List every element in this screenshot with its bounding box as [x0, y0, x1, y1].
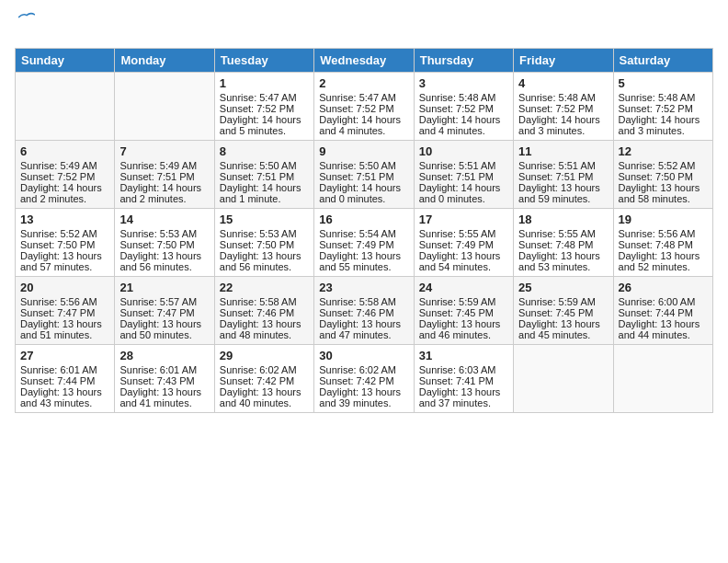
calendar-cell: 12Sunrise: 5:52 AMSunset: 7:50 PMDayligh…: [613, 141, 712, 209]
day-info-line: and 45 minutes.: [518, 329, 608, 340]
calendar-table: SundayMondayTuesdayWednesdayThursdayFrid…: [15, 48, 713, 413]
day-info-line: Sunset: 7:49 PM: [419, 239, 508, 250]
day-info-line: and 56 minutes.: [119, 261, 209, 272]
day-info-line: Daylight: 13 hours: [119, 318, 209, 329]
day-info-line: and 44 minutes.: [619, 329, 708, 340]
day-info-line: Sunrise: 5:48 AM: [518, 92, 608, 103]
day-info-line: Sunrise: 5:55 AM: [419, 228, 508, 239]
calendar-header-row: SundayMondayTuesdayWednesdayThursdayFrid…: [16, 49, 713, 73]
day-info-line: and 40 minutes.: [220, 397, 309, 408]
day-info-line: Daylight: 14 hours: [319, 114, 408, 125]
day-info-line: Daylight: 13 hours: [419, 386, 508, 397]
day-info-line: Sunrise: 5:49 AM: [20, 160, 109, 171]
calendar-cell: 3Sunrise: 5:48 AMSunset: 7:52 PMDaylight…: [414, 73, 513, 141]
day-info-line: Daylight: 14 hours: [119, 182, 209, 193]
calendar-week-row: 6Sunrise: 5:49 AMSunset: 7:52 PMDaylight…: [16, 141, 713, 209]
day-info-line: Sunset: 7:52 PM: [20, 171, 109, 182]
calendar-cell: 9Sunrise: 5:50 AMSunset: 7:51 PMDaylight…: [314, 141, 414, 209]
day-info-line: and 43 minutes.: [20, 397, 109, 408]
calendar-week-row: 13Sunrise: 5:52 AMSunset: 7:50 PMDayligh…: [16, 209, 713, 277]
weekday-header: Tuesday: [214, 49, 313, 73]
calendar-cell: 31Sunrise: 6:03 AMSunset: 7:41 PMDayligh…: [414, 345, 513, 413]
day-info-line: and 37 minutes.: [419, 397, 508, 408]
day-info-line: Daylight: 13 hours: [619, 250, 708, 261]
day-info-line: and 52 minutes.: [619, 261, 708, 272]
day-number: 21: [119, 281, 209, 294]
day-number: 16: [319, 213, 408, 226]
day-info-line: and 2 minutes.: [20, 193, 109, 204]
day-info-line: Daylight: 14 hours: [220, 182, 309, 193]
day-info-line: Sunset: 7:43 PM: [119, 375, 209, 386]
day-info-line: Sunset: 7:50 PM: [119, 239, 209, 250]
calendar-cell: 6Sunrise: 5:49 AMSunset: 7:52 PMDaylight…: [16, 141, 115, 209]
day-number: 30: [319, 349, 408, 362]
day-info-line: Daylight: 13 hours: [319, 250, 408, 261]
day-info-line: Daylight: 14 hours: [220, 114, 309, 125]
calendar-cell: 7Sunrise: 5:49 AMSunset: 7:51 PMDaylight…: [115, 141, 214, 209]
day-number: 23: [319, 281, 408, 294]
day-number: 9: [319, 144, 408, 158]
day-info-line: Daylight: 14 hours: [419, 114, 508, 125]
day-number: 12: [619, 144, 708, 158]
day-info-line: and 0 minutes.: [319, 193, 408, 204]
day-number: 6: [20, 144, 109, 158]
day-info-line: and 3 minutes.: [518, 125, 608, 136]
day-number: 27: [20, 349, 109, 362]
calendar-cell: 17Sunrise: 5:55 AMSunset: 7:49 PMDayligh…: [414, 209, 513, 277]
calendar-cell: 5Sunrise: 5:48 AMSunset: 7:52 PMDaylight…: [613, 73, 712, 141]
day-number: 31: [419, 349, 508, 362]
weekday-header: Monday: [115, 49, 214, 73]
calendar-week-row: 20Sunrise: 5:56 AMSunset: 7:47 PMDayligh…: [16, 277, 713, 345]
calendar-cell: [115, 73, 214, 141]
day-info-line: Daylight: 13 hours: [20, 250, 109, 261]
day-info-line: Sunrise: 5:49 AM: [119, 160, 209, 171]
day-info-line: Sunset: 7:52 PM: [619, 103, 708, 114]
day-info-line: Sunset: 7:44 PM: [619, 307, 708, 318]
day-info-line: Daylight: 13 hours: [518, 318, 608, 329]
day-info-line: and 0 minutes.: [419, 193, 508, 204]
calendar-cell: 18Sunrise: 5:55 AMSunset: 7:48 PMDayligh…: [514, 209, 613, 277]
day-number: 1: [220, 76, 309, 90]
day-info-line: Sunrise: 5:58 AM: [319, 296, 408, 307]
day-info-line: Daylight: 13 hours: [619, 182, 708, 193]
day-info-line: Sunrise: 5:59 AM: [518, 296, 608, 307]
day-number: 2: [319, 76, 408, 90]
day-number: 7: [119, 144, 209, 158]
day-info-line: Sunrise: 5:52 AM: [20, 228, 109, 239]
day-info-line: Sunset: 7:42 PM: [319, 375, 408, 386]
day-info-line: Daylight: 14 hours: [419, 182, 508, 193]
day-info-line: Sunrise: 6:01 AM: [119, 364, 209, 375]
day-info-line: Daylight: 13 hours: [518, 250, 608, 261]
weekday-header: Saturday: [613, 49, 712, 73]
day-info-line: and 56 minutes.: [220, 261, 309, 272]
day-info-line: and 57 minutes.: [20, 261, 109, 272]
day-info-line: Sunrise: 5:53 AM: [220, 228, 309, 239]
day-number: 10: [419, 144, 508, 158]
calendar-cell: 22Sunrise: 5:58 AMSunset: 7:46 PMDayligh…: [214, 277, 313, 345]
day-info-line: Sunset: 7:47 PM: [20, 307, 109, 318]
day-info-line: Sunset: 7:42 PM: [220, 375, 309, 386]
logo: [15, 15, 35, 37]
calendar-cell: [613, 345, 712, 413]
day-info-line: Sunrise: 5:55 AM: [518, 228, 608, 239]
day-number: 15: [220, 213, 309, 226]
day-info-line: Sunrise: 5:50 AM: [220, 160, 309, 171]
day-info-line: Sunset: 7:50 PM: [619, 171, 708, 182]
page-header: [15, 15, 713, 37]
day-info-line: and 41 minutes.: [119, 397, 209, 408]
day-info-line: and 46 minutes.: [419, 329, 508, 340]
day-info-line: Sunrise: 6:00 AM: [619, 296, 708, 307]
day-info-line: Daylight: 13 hours: [119, 386, 209, 397]
day-info-line: Daylight: 14 hours: [619, 114, 708, 125]
day-info-line: Daylight: 13 hours: [220, 386, 309, 397]
day-number: 20: [20, 281, 109, 294]
day-number: 3: [419, 76, 508, 90]
day-info-line: Sunrise: 5:58 AM: [220, 296, 309, 307]
calendar-cell: 26Sunrise: 6:00 AMSunset: 7:44 PMDayligh…: [613, 277, 712, 345]
weekday-header: Friday: [514, 49, 613, 73]
day-info-line: and 51 minutes.: [20, 329, 109, 340]
calendar-cell: 20Sunrise: 5:56 AMSunset: 7:47 PMDayligh…: [16, 277, 115, 345]
day-info-line: Daylight: 13 hours: [20, 318, 109, 329]
calendar-cell: 8Sunrise: 5:50 AMSunset: 7:51 PMDaylight…: [214, 141, 313, 209]
day-number: 8: [220, 144, 309, 158]
